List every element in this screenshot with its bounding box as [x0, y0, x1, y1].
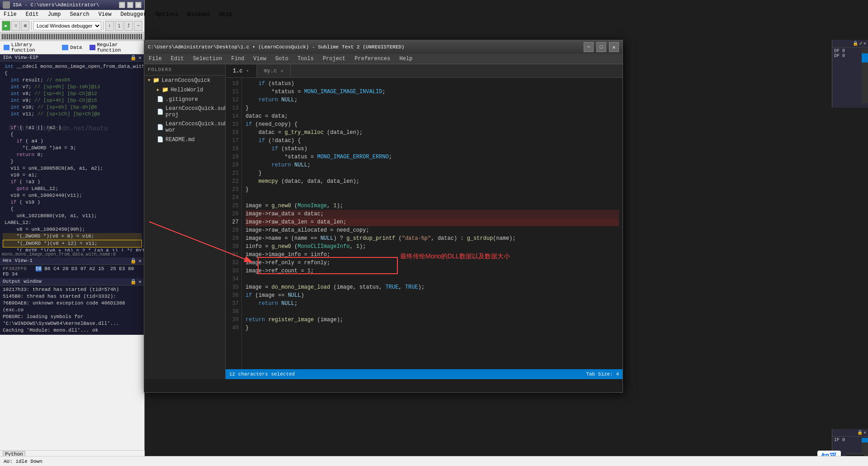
sidebar-item-learn-cocos-quick[interactable]: ▼ 📁 LearnCocosQuick	[144, 76, 225, 85]
sublime-menu-file[interactable]: File	[147, 55, 164, 63]
ida-view-lock-btn[interactable]: 🔒	[130, 55, 137, 61]
output-window-header: Output window 🔒 ✕	[0, 278, 144, 285]
debugger-dropdown[interactable]: Local Windows debugger	[33, 21, 101, 30]
code-line-36: if (image == NULL)	[245, 291, 619, 300]
sidebar-item-sublime-proj[interactable]: 📄 LearnCocosQuick.sublime-proj	[144, 104, 225, 119]
tb-run-to-btn[interactable]: →	[134, 21, 142, 31]
file-icon-gitignore: 📄	[157, 96, 164, 103]
legend-data-label: Data	[70, 45, 82, 50]
rp-close-icon[interactable]: ✕	[863, 41, 866, 46]
rpb-scrollbar-thumb[interactable]	[862, 438, 868, 442]
menu-windows[interactable]: Windows	[186, 11, 212, 18]
sidebar-gitignore-label: .gitignore	[165, 96, 198, 103]
ln-39: 39	[226, 316, 239, 324]
sidebar-item-gitignore[interactable]: 📄 .gitignore	[144, 95, 225, 104]
sublime-menu-help[interactable]: Help	[398, 55, 415, 63]
tb-stepout-btn[interactable]: ⤴	[124, 21, 133, 31]
rpb-controls: 🔒 ✕	[832, 429, 868, 437]
toolbar-sep-1	[31, 21, 32, 30]
sidebar-item-sublime-wor[interactable]: 📄 LearnCocosQuick.sublime-wor	[144, 119, 225, 135]
sublime-menu-view[interactable]: View	[251, 55, 268, 63]
menu-file[interactable]: File	[2, 11, 19, 18]
hex-view-header: Hex View-1 🔒 ✕	[0, 257, 144, 265]
menu-search[interactable]: Search	[68, 11, 91, 18]
menu-view[interactable]: View	[97, 11, 113, 18]
sublime-menu-edit[interactable]: Edit	[169, 55, 186, 63]
code-line-14: datac = data;	[245, 112, 619, 120]
sublime-window-controls[interactable]: ─ □ ✕	[584, 42, 619, 52]
ida-title: IDA - C:\Users\Administrator\	[13, 2, 99, 8]
sublime-titlebar: C:\Users\Administrator\Desktop\1.c • (Le…	[144, 40, 623, 54]
tab-1c[interactable]: 1.c •	[226, 65, 257, 77]
sublime-menu-project[interactable]: Project	[321, 55, 347, 63]
hex-view-close-btn[interactable]: ✕	[138, 258, 142, 264]
output-window-title: Output window	[3, 279, 42, 285]
tab-1c-close[interactable]: •	[246, 69, 249, 74]
tab-1c-label: 1.c	[233, 68, 243, 74]
tb-stepover-btn[interactable]: ⤵	[115, 21, 123, 31]
code-line-27: image->raw_data_len = data_len;	[245, 218, 619, 226]
hex-view-title: Hex View-1	[3, 258, 33, 264]
sublime-close-btn[interactable]: ✕	[609, 42, 619, 52]
legend-lib-func-box	[4, 45, 9, 50]
menu-jump[interactable]: Jump	[46, 11, 63, 18]
ln-18: 18	[226, 145, 239, 153]
tab-myc-close[interactable]: ✕	[280, 68, 283, 74]
rpb-lock-icon[interactable]: 🔒	[857, 430, 863, 435]
ida-close-btn[interactable]: ✕	[135, 2, 142, 8]
sublime-menu-tools[interactable]: Tools	[296, 55, 316, 63]
sidebar-item-helloworld[interactable]: ▶ 📁 HelloWorld	[144, 85, 225, 95]
ida-minimize-btn[interactable]: ─	[119, 2, 125, 8]
rpb-close-icon[interactable]: ✕	[863, 430, 866, 435]
tb-step-btn[interactable]: ↓	[105, 21, 114, 31]
ida-view-close-btn[interactable]: ✕	[138, 55, 142, 61]
tb-play-btn[interactable]: ▶	[2, 21, 10, 31]
ida-func-label: mono_mono_image_open_from_data_with_name…	[0, 252, 144, 257]
menu-help[interactable]: Help	[217, 11, 234, 18]
ida-line-3: int result; // eax05	[3, 77, 142, 84]
sublime-menu-find[interactable]: Find	[229, 55, 246, 63]
rp-lock-icon[interactable]: 🔒	[853, 41, 858, 46]
ln-31: 31	[226, 251, 239, 259]
sublime-menu-goto[interactable]: Goto	[274, 55, 290, 63]
output-lock-btn[interactable]: 🔒	[130, 279, 137, 285]
hex-view-panel: Hex View-1 🔒 ✕ FF382FF0 D8 B6 C4 20 D3 9…	[0, 257, 144, 278]
tb-stop-btn[interactable]: ⏹	[21, 21, 29, 31]
tab-myc[interactable]: my.c ✕	[257, 65, 291, 77]
ida-menubar: File Edit Jump Search View Debugger Opti…	[0, 10, 144, 19]
line-numbers: 10 11 12 13 14 15 16 17 18 19 20 21 22 2…	[226, 78, 242, 369]
sidebar-readme-label: README.md	[165, 137, 195, 143]
sidebar-helloworld-label: HelloWorld	[170, 87, 203, 93]
menu-debugger[interactable]: Debugger	[118, 11, 148, 18]
ida-line-label: LABEL_12:	[3, 219, 142, 226]
ida-line-4: int v7; // [sp+0h] [bp-10h]@13	[3, 84, 142, 90]
sublime-maximize-btn[interactable]: □	[596, 42, 606, 52]
tb-pause-btn[interactable]: ⏸	[11, 21, 20, 31]
sublime-minimize-btn[interactable]: ─	[584, 42, 594, 52]
ida-line-1: int __cdecl mono_mono_image_open_from_da…	[3, 63, 142, 70]
sublime-menu-selection[interactable]: Selection	[191, 55, 224, 63]
code-content[interactable]: if (status) *status = MONO_IMAGE_IMAGE_I…	[242, 78, 623, 369]
scrollbar-thumb[interactable]	[862, 53, 868, 62]
ln-13: 13	[226, 104, 239, 112]
code-line-39: return register_image (image);	[245, 316, 619, 324]
code-line-21: }	[245, 169, 619, 177]
right-scrollbar[interactable]	[862, 49, 868, 103]
code-line-13: }	[245, 104, 619, 112]
output-close-btn[interactable]: ✕	[138, 279, 142, 285]
ida-window-controls[interactable]: ─ □ ✕	[119, 2, 142, 8]
output-line-2: 5145B0: thread has started (tid=3332):	[3, 293, 142, 300]
code-line-18: if (status)	[245, 145, 619, 153]
ida-maximize-btn[interactable]: □	[127, 2, 133, 8]
rp-expand-icon[interactable]: ⤢	[859, 41, 863, 46]
menu-options[interactable]: Options	[154, 11, 180, 18]
ln-37: 37	[226, 300, 239, 308]
ln-32: 32	[226, 259, 239, 267]
menu-edit[interactable]: Edit	[24, 11, 41, 18]
sublime-body: FOLDERS ▼ 📁 LearnCocosQuick ▶ 📁 HelloWor…	[144, 64, 623, 379]
sublime-menu-preferences[interactable]: Preferences	[353, 55, 392, 63]
rpb-scrollbar[interactable]	[862, 438, 868, 456]
output-line-1: 10217h33: thread has started (tid=574h)	[3, 286, 142, 293]
sidebar-item-readme[interactable]: 📄 README.md	[144, 135, 225, 144]
hex-view-lock-btn[interactable]: 🔒	[130, 258, 137, 264]
